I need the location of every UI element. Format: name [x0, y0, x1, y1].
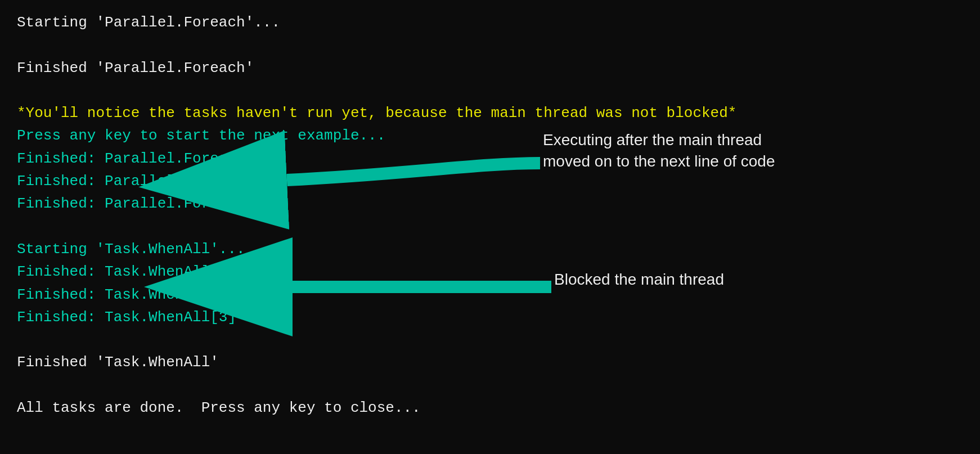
terminal-line — [17, 79, 963, 102]
terminal-line: Finished: Parallel.Foreach[2] — [17, 170, 963, 192]
terminal-line: All tasks are done. Press any key to clo… — [17, 397, 963, 419]
terminal-line — [17, 329, 963, 351]
terminal-line: Finished: Task.WhenAll[3] — [17, 306, 963, 329]
terminal-line: Finished: Parallel.Foreach[3] — [17, 192, 963, 215]
terminal-line — [17, 374, 963, 397]
terminal-output: Starting 'Parallel.Foreach'... Finished … — [0, 0, 980, 454]
terminal-line: Starting 'Task.WhenAll'... — [17, 238, 963, 260]
terminal-line: *You'll notice the tasks haven't run yet… — [17, 102, 963, 124]
terminal-line: Finished 'Parallel.Foreach' — [17, 57, 963, 79]
terminal-line: Finished 'Task.WhenAll' — [17, 351, 963, 374]
terminal-line — [17, 215, 963, 238]
terminal-line — [17, 34, 963, 56]
terminal-line: Starting 'Parallel.Foreach'... — [17, 11, 963, 34]
terminal-line: Finished: Task.WhenAll[1] — [17, 260, 963, 283]
terminal-line: Finished: Parallel.Foreach[1] — [17, 147, 963, 170]
terminal-line: Press any key to start the next example.… — [17, 124, 963, 147]
terminal-line: Finished: Task.WhenAll[2] — [17, 284, 963, 306]
